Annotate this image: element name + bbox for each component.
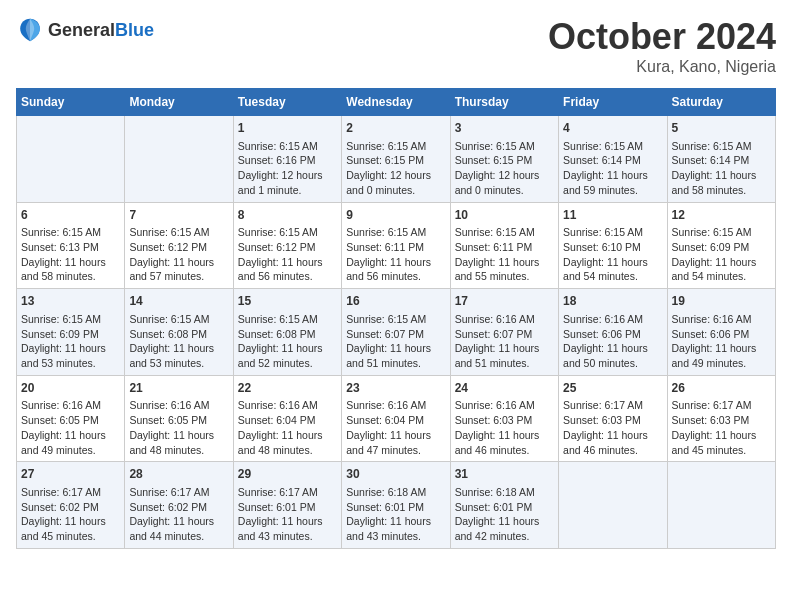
day-number: 19 xyxy=(672,293,771,310)
day-content: Sunrise: 6:16 AM Sunset: 6:05 PM Dayligh… xyxy=(129,398,228,457)
calendar-cell: 24Sunrise: 6:16 AM Sunset: 6:03 PM Dayli… xyxy=(450,375,558,462)
day-content: Sunrise: 6:15 AM Sunset: 6:11 PM Dayligh… xyxy=(455,225,554,284)
day-content: Sunrise: 6:15 AM Sunset: 6:08 PM Dayligh… xyxy=(238,312,337,371)
day-content: Sunrise: 6:18 AM Sunset: 6:01 PM Dayligh… xyxy=(455,485,554,544)
calendar-cell: 17Sunrise: 6:16 AM Sunset: 6:07 PM Dayli… xyxy=(450,289,558,376)
col-header-saturday: Saturday xyxy=(667,89,775,116)
logo-blue: Blue xyxy=(115,20,154,40)
col-header-monday: Monday xyxy=(125,89,233,116)
day-number: 20 xyxy=(21,380,120,397)
day-number: 11 xyxy=(563,207,662,224)
day-content: Sunrise: 6:15 AM Sunset: 6:14 PM Dayligh… xyxy=(672,139,771,198)
calendar-cell xyxy=(125,116,233,203)
location-title: Kura, Kano, Nigeria xyxy=(548,58,776,76)
calendar-cell: 20Sunrise: 6:16 AM Sunset: 6:05 PM Dayli… xyxy=(17,375,125,462)
day-content: Sunrise: 6:16 AM Sunset: 6:04 PM Dayligh… xyxy=(238,398,337,457)
col-header-wednesday: Wednesday xyxy=(342,89,450,116)
logo-general: General xyxy=(48,20,115,40)
col-header-thursday: Thursday xyxy=(450,89,558,116)
day-content: Sunrise: 6:15 AM Sunset: 6:16 PM Dayligh… xyxy=(238,139,337,198)
day-number: 25 xyxy=(563,380,662,397)
day-number: 8 xyxy=(238,207,337,224)
logo-text: GeneralBlue xyxy=(48,20,154,41)
day-content: Sunrise: 6:16 AM Sunset: 6:05 PM Dayligh… xyxy=(21,398,120,457)
week-row-2: 6Sunrise: 6:15 AM Sunset: 6:13 PM Daylig… xyxy=(17,202,776,289)
day-content: Sunrise: 6:15 AM Sunset: 6:15 PM Dayligh… xyxy=(455,139,554,198)
day-number: 7 xyxy=(129,207,228,224)
calendar-cell: 6Sunrise: 6:15 AM Sunset: 6:13 PM Daylig… xyxy=(17,202,125,289)
day-number: 3 xyxy=(455,120,554,137)
day-number: 26 xyxy=(672,380,771,397)
calendar-cell: 13Sunrise: 6:15 AM Sunset: 6:09 PM Dayli… xyxy=(17,289,125,376)
calendar-cell: 16Sunrise: 6:15 AM Sunset: 6:07 PM Dayli… xyxy=(342,289,450,376)
calendar-cell: 31Sunrise: 6:18 AM Sunset: 6:01 PM Dayli… xyxy=(450,462,558,549)
week-row-3: 13Sunrise: 6:15 AM Sunset: 6:09 PM Dayli… xyxy=(17,289,776,376)
calendar-cell: 15Sunrise: 6:15 AM Sunset: 6:08 PM Dayli… xyxy=(233,289,341,376)
day-number: 18 xyxy=(563,293,662,310)
day-number: 21 xyxy=(129,380,228,397)
day-number: 24 xyxy=(455,380,554,397)
calendar-cell: 28Sunrise: 6:17 AM Sunset: 6:02 PM Dayli… xyxy=(125,462,233,549)
calendar-cell: 12Sunrise: 6:15 AM Sunset: 6:09 PM Dayli… xyxy=(667,202,775,289)
day-content: Sunrise: 6:15 AM Sunset: 6:08 PM Dayligh… xyxy=(129,312,228,371)
day-content: Sunrise: 6:16 AM Sunset: 6:06 PM Dayligh… xyxy=(672,312,771,371)
day-number: 28 xyxy=(129,466,228,483)
calendar-cell: 29Sunrise: 6:17 AM Sunset: 6:01 PM Dayli… xyxy=(233,462,341,549)
calendar-cell: 18Sunrise: 6:16 AM Sunset: 6:06 PM Dayli… xyxy=(559,289,667,376)
calendar-cell: 30Sunrise: 6:18 AM Sunset: 6:01 PM Dayli… xyxy=(342,462,450,549)
day-number: 4 xyxy=(563,120,662,137)
day-content: Sunrise: 6:16 AM Sunset: 6:04 PM Dayligh… xyxy=(346,398,445,457)
logo-icon xyxy=(16,16,44,44)
day-content: Sunrise: 6:18 AM Sunset: 6:01 PM Dayligh… xyxy=(346,485,445,544)
day-content: Sunrise: 6:17 AM Sunset: 6:03 PM Dayligh… xyxy=(563,398,662,457)
day-number: 9 xyxy=(346,207,445,224)
day-content: Sunrise: 6:15 AM Sunset: 6:15 PM Dayligh… xyxy=(346,139,445,198)
col-header-tuesday: Tuesday xyxy=(233,89,341,116)
calendar-cell: 5Sunrise: 6:15 AM Sunset: 6:14 PM Daylig… xyxy=(667,116,775,203)
day-content: Sunrise: 6:15 AM Sunset: 6:10 PM Dayligh… xyxy=(563,225,662,284)
day-number: 16 xyxy=(346,293,445,310)
calendar-cell: 25Sunrise: 6:17 AM Sunset: 6:03 PM Dayli… xyxy=(559,375,667,462)
day-content: Sunrise: 6:17 AM Sunset: 6:01 PM Dayligh… xyxy=(238,485,337,544)
day-content: Sunrise: 6:16 AM Sunset: 6:06 PM Dayligh… xyxy=(563,312,662,371)
week-row-1: 1Sunrise: 6:15 AM Sunset: 6:16 PM Daylig… xyxy=(17,116,776,203)
day-number: 13 xyxy=(21,293,120,310)
day-content: Sunrise: 6:15 AM Sunset: 6:12 PM Dayligh… xyxy=(129,225,228,284)
day-number: 23 xyxy=(346,380,445,397)
day-number: 27 xyxy=(21,466,120,483)
calendar-cell xyxy=(667,462,775,549)
day-content: Sunrise: 6:16 AM Sunset: 6:07 PM Dayligh… xyxy=(455,312,554,371)
day-number: 22 xyxy=(238,380,337,397)
day-content: Sunrise: 6:15 AM Sunset: 6:13 PM Dayligh… xyxy=(21,225,120,284)
day-number: 14 xyxy=(129,293,228,310)
day-number: 17 xyxy=(455,293,554,310)
month-title: October 2024 xyxy=(548,16,776,58)
calendar-cell xyxy=(17,116,125,203)
logo: GeneralBlue xyxy=(16,16,154,44)
day-content: Sunrise: 6:15 AM Sunset: 6:11 PM Dayligh… xyxy=(346,225,445,284)
calendar-cell: 27Sunrise: 6:17 AM Sunset: 6:02 PM Dayli… xyxy=(17,462,125,549)
calendar-cell: 22Sunrise: 6:16 AM Sunset: 6:04 PM Dayli… xyxy=(233,375,341,462)
calendar-cell: 1Sunrise: 6:15 AM Sunset: 6:16 PM Daylig… xyxy=(233,116,341,203)
day-number: 5 xyxy=(672,120,771,137)
day-number: 12 xyxy=(672,207,771,224)
day-number: 6 xyxy=(21,207,120,224)
calendar-cell: 11Sunrise: 6:15 AM Sunset: 6:10 PM Dayli… xyxy=(559,202,667,289)
calendar-cell: 7Sunrise: 6:15 AM Sunset: 6:12 PM Daylig… xyxy=(125,202,233,289)
day-content: Sunrise: 6:15 AM Sunset: 6:14 PM Dayligh… xyxy=(563,139,662,198)
day-content: Sunrise: 6:15 AM Sunset: 6:09 PM Dayligh… xyxy=(672,225,771,284)
day-number: 31 xyxy=(455,466,554,483)
col-header-friday: Friday xyxy=(559,89,667,116)
day-content: Sunrise: 6:15 AM Sunset: 6:07 PM Dayligh… xyxy=(346,312,445,371)
week-row-4: 20Sunrise: 6:16 AM Sunset: 6:05 PM Dayli… xyxy=(17,375,776,462)
day-number: 10 xyxy=(455,207,554,224)
day-content: Sunrise: 6:15 AM Sunset: 6:09 PM Dayligh… xyxy=(21,312,120,371)
day-number: 29 xyxy=(238,466,337,483)
calendar-cell: 14Sunrise: 6:15 AM Sunset: 6:08 PM Dayli… xyxy=(125,289,233,376)
calendar-cell: 9Sunrise: 6:15 AM Sunset: 6:11 PM Daylig… xyxy=(342,202,450,289)
day-number: 30 xyxy=(346,466,445,483)
calendar-cell xyxy=(559,462,667,549)
day-number: 15 xyxy=(238,293,337,310)
day-content: Sunrise: 6:16 AM Sunset: 6:03 PM Dayligh… xyxy=(455,398,554,457)
day-number: 1 xyxy=(238,120,337,137)
